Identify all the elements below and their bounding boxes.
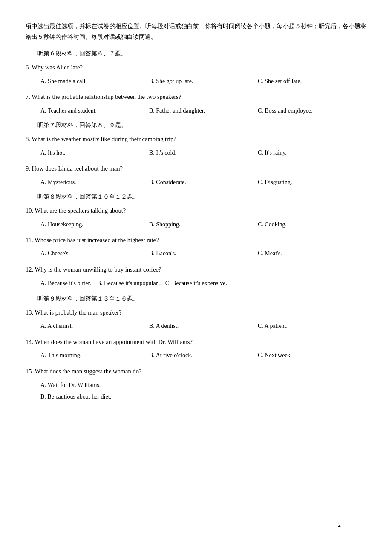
option-9c: C. Disgusting. [258,177,366,188]
option-13a: A. A chemist. [40,321,149,331]
question-10-options: A. Housekeeping. B. Shopping. C. Cooking… [40,220,366,230]
option-7c: C. Boss and employee. [258,106,366,116]
question-10: 10. What are the speakers talking about?… [26,206,366,229]
option-10b: B. Shopping. [149,220,258,230]
question-12: 12. Why is the woman unwilling to buy in… [26,265,366,289]
question-7-stem: 7. What is the probable relationship bet… [26,92,366,102]
option-7a: A. Teacher and student. [40,106,149,116]
question-11-stem: 11. Whose price has just increased at th… [26,235,366,245]
section-header-3: 听第８段材料，回答第１０至１２题。 [26,193,366,201]
option-8a: A. It's hot. [40,148,149,158]
question-9-stem: 9. How does Linda feel about the man? [26,164,366,173]
option-15b: B. Be cautious about her diet. [40,391,366,402]
option-12-line: A. Because it's bitter. B. Because it's … [40,278,366,289]
section-header-1: 听第６段材料，回答第６、７题。 [26,50,366,58]
question-9-options: A. Mysterious. B. Considerate. C. Disgus… [40,177,366,188]
question-6-stem: 6. Why was Alice late? [26,63,366,72]
option-10c: C. Cooking. [258,220,366,230]
option-7b: B. Father and daughter. [149,106,258,116]
question-14-stem: 14. When does the woman have an appointm… [26,337,366,347]
question-13-options: A. A chemist. B. A dentist. C. A patient… [40,321,366,331]
page-number: 2 [338,522,341,529]
question-8: 8. What is the weather mostly like durin… [26,134,366,158]
option-11b: B. Bacon's. [149,249,258,259]
option-11a: A. Cheese's. [40,249,149,259]
question-15-options: A. Wait for Dr. Williams. B. Be cautious… [40,380,366,402]
section-header-4: 听第９段材料，回答第１３至１６题。 [26,295,366,303]
question-8-stem: 8. What is the weather mostly like durin… [26,134,366,144]
option-14a: A. This morning. [40,350,149,361]
option-8b: B. It's cold. [149,148,258,158]
option-8c: C. It's rainy. [258,148,366,158]
option-6a: A. She made a call. [40,76,149,87]
option-11c: C. Meat's. [258,249,366,259]
question-6: 6. Why was Alice late? A. She made a cal… [26,63,366,86]
question-12-stem: 12. Why is the woman unwilling to buy in… [26,265,366,275]
option-6b: B. She got up late. [149,76,258,87]
option-13b: B. A dentist. [149,321,258,331]
option-9b: B. Considerate. [149,177,258,188]
option-9a: A. Mysterious. [40,177,149,188]
option-10a: A. Housekeeping. [40,220,149,230]
question-14: 14. When does the woman have an appointm… [26,337,366,361]
section-header-2: 听第７段材料，回答第８、９题。 [26,121,366,129]
question-13: 13. What is probably the man speaker? A.… [26,308,366,331]
option-13c: C. A patient. [258,321,366,331]
question-11: 11. Whose price has just increased at th… [26,235,366,259]
question-13-stem: 13. What is probably the man speaker? [26,308,366,318]
question-6-options: A. She made a call. B. She got up late. … [40,76,366,87]
question-11-options: A. Cheese's. B. Bacon's. C. Meat's. [40,249,366,259]
intro-text: 项中选出最佳选项，并标在试卷的相应位置。听每段对话或独白前，你将有时间阅读各个小… [26,21,366,42]
question-8-options: A. It's hot. B. It's cold. C. It's rainy… [40,148,366,158]
question-10-stem: 10. What are the speakers talking about? [26,206,366,216]
option-14b: B. At five o'clock. [149,350,258,361]
question-15-stem: 15. What does the man suggest the woman … [26,367,366,376]
top-divider [26,13,366,13]
question-9: 9. How does Linda feel about the man? A.… [26,164,366,187]
question-7: 7. What is the probable relationship bet… [26,92,366,116]
question-15: 15. What does the man suggest the woman … [26,367,366,402]
question-7-options: A. Teacher and student. B. Father and da… [40,106,366,116]
question-14-options: A. This morning. B. At five o'clock. C. … [40,350,366,361]
option-6c: C. She set off late. [258,76,366,87]
question-12-options: A. Because it's bitter. B. Because it's … [40,278,366,289]
option-14c: C. Next week. [258,350,366,361]
option-15a: A. Wait for Dr. Williams. [40,380,366,390]
